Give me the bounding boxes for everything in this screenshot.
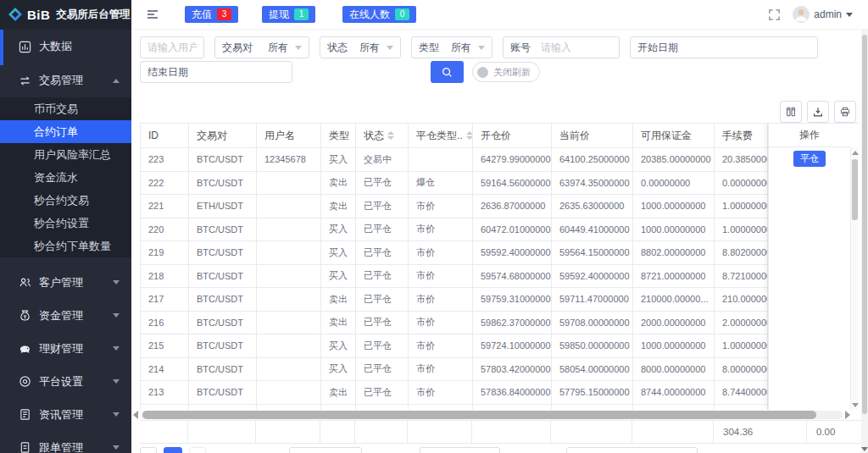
cell-margin: 8802.00000000	[633, 241, 715, 264]
window-scroll-down-arrow[interactable]	[861, 447, 868, 451]
cell-current_price: 57795.15000000	[552, 381, 633, 404]
recharge-label: 充值	[192, 8, 212, 22]
start-date-input[interactable]	[687, 41, 810, 54]
table-horizontal-scrollbar[interactable]	[133, 410, 850, 420]
hscroll-track[interactable]	[141, 411, 843, 419]
sidebar-group-copy-trading[interactable]: 跟单管理	[0, 431, 131, 453]
recharge-badge: 3	[217, 8, 231, 20]
cell-margin: 8721.00000000	[633, 265, 715, 288]
cell-action	[769, 357, 850, 381]
sidebar-group-label: 理财管理	[39, 341, 83, 356]
menu-collapse-icon[interactable]	[146, 8, 159, 21]
recharge-button[interactable]: 充值 3	[185, 6, 238, 23]
sidebar-group-label: 跟单管理	[39, 440, 83, 453]
user-menu[interactable]: admin	[793, 6, 853, 23]
online-users-button[interactable]: 在线人数 0	[342, 6, 416, 23]
sidebar-scrollbar-thumb[interactable]	[0, 30, 3, 65]
refresh-toggle[interactable]: 关闭刷新	[472, 62, 540, 82]
status-select[interactable]: 状态 所有	[320, 36, 401, 58]
cell-type: 买入	[321, 358, 356, 381]
sidebar-item-second-contract-settings[interactable]: 秒合约设置	[0, 212, 131, 235]
scroll-right-arrow[interactable]	[845, 411, 850, 419]
sort-icon[interactable]	[466, 131, 473, 140]
print-button[interactable]	[834, 101, 856, 123]
sidebar-group-customers[interactable]: 客户管理	[0, 266, 131, 299]
sidebar-item-contract-orders[interactable]: 合约订单	[0, 120, 131, 143]
sidebar-item-coin-trade[interactable]: 币币交易	[0, 97, 131, 120]
column-header-close_type[interactable]: 平仓类型..	[409, 124, 473, 147]
cell-open_price: 59574.68000000	[473, 265, 552, 288]
cell-type: 卖出	[321, 312, 356, 334]
table-vscroll-thumb[interactable]	[852, 159, 858, 220]
window-scrollbar[interactable]	[861, 30, 868, 453]
pagination-jump-box[interactable]	[420, 447, 500, 453]
summary-extra-total: 0.00	[807, 421, 861, 443]
column-header-username: 用户名	[257, 124, 321, 147]
chevron-down-icon	[846, 13, 853, 17]
pagination-size-select[interactable]	[289, 447, 362, 453]
cell-status: 已平仓	[356, 195, 409, 218]
hscroll-thumb[interactable]	[142, 411, 816, 419]
cell-status: 已平仓	[356, 241, 409, 264]
withdraw-button[interactable]: 提现 1	[262, 6, 315, 23]
close-position-button[interactable]: 平仓	[793, 151, 826, 167]
pagination-prev[interactable]: ‹	[140, 447, 157, 453]
summary-cell	[408, 421, 472, 443]
pagination-page-1[interactable]	[164, 447, 182, 453]
chevron-down-icon	[113, 280, 120, 285]
sidebar-group-funds[interactable]: 资金管理	[0, 299, 131, 332]
account-input[interactable]	[539, 41, 612, 54]
end-date-label: 结束日期	[147, 65, 188, 80]
sort-icon[interactable]	[387, 131, 394, 140]
start-date-field[interactable]: 开始日期	[630, 36, 818, 58]
filter-row-1: 交易对 所有 状态 所有 类型 所有 账号 开始日期	[140, 36, 818, 58]
sidebar: 大数据 交易管理 币币交易 合约订单 用户风险率汇总 资金流水 秒合约交易 秒合…	[0, 30, 131, 453]
end-date-input[interactable]	[197, 65, 285, 79]
pagination-next[interactable]: ›	[189, 447, 206, 453]
account-field[interactable]: 账号	[503, 36, 620, 58]
cell-action	[769, 311, 850, 334]
sidebar-group-trade[interactable]: 交易管理	[0, 64, 131, 97]
cell-action	[769, 404, 850, 411]
table-vertical-scrollbar[interactable]	[850, 147, 859, 410]
columns-button[interactable]	[780, 101, 802, 123]
chevron-down-icon	[295, 46, 302, 50]
end-date-field[interactable]: 结束日期	[140, 61, 292, 83]
cell-username	[257, 381, 321, 404]
sidebar-group-platform-settings[interactable]: 平台设置	[0, 365, 131, 398]
cell-current_price: 59711.47000000	[552, 288, 633, 311]
pair-select[interactable]: 交易对 所有	[214, 36, 309, 58]
cell-action	[769, 194, 850, 218]
window-scrollbar-thumb[interactable]	[862, 35, 867, 414]
sidebar-item-second-contract-trade[interactable]: 秒合约交易	[0, 189, 131, 212]
cell-status: 已平仓	[356, 358, 409, 381]
cell-open_price: 60472.01000000	[473, 218, 552, 241]
cell-open_price: 59862.37000000	[473, 312, 552, 334]
sidebar-item-second-contract-order-count[interactable]: 秒合约下单数量	[0, 235, 131, 257]
column-header-status[interactable]: 状态	[356, 124, 409, 147]
sidebar-group-wealth[interactable]: 理财管理	[0, 332, 131, 365]
fullscreen-icon[interactable]	[768, 8, 781, 21]
cell-margin: 1000.00000000	[633, 334, 715, 357]
summary-cell	[188, 421, 256, 443]
scroll-left-arrow[interactable]	[133, 411, 138, 419]
pagination-extra-box[interactable]	[566, 447, 698, 453]
export-button[interactable]	[807, 101, 829, 123]
cell-action	[769, 240, 850, 264]
table-row: 220BTC/USDT买入已平仓市价60472.0100000060449.41…	[141, 218, 859, 242]
cell-open_price: 59759.31000000	[473, 288, 552, 311]
column-header-type: 类型	[321, 124, 356, 147]
scroll-up-arrow[interactable]	[852, 151, 859, 155]
chevron-down-icon	[113, 313, 120, 318]
user-id-input[interactable]	[140, 36, 204, 58]
sidebar-group-news[interactable]: 资讯管理	[0, 398, 131, 431]
cell-id: 213	[141, 381, 189, 404]
sidebar-item-user-risk[interactable]: 用户风险率汇总	[0, 143, 131, 166]
scroll-down-arrow[interactable]	[852, 403, 859, 407]
type-select[interactable]: 类型 所有	[411, 36, 492, 58]
search-button[interactable]	[431, 61, 464, 83]
sidebar-item-bigdata[interactable]: 大数据	[0, 30, 131, 64]
status-value: 所有	[359, 41, 385, 55]
filter-row-2: 结束日期 关闭刷新	[140, 61, 540, 83]
sidebar-item-fund-flow[interactable]: 资金流水	[0, 166, 131, 189]
